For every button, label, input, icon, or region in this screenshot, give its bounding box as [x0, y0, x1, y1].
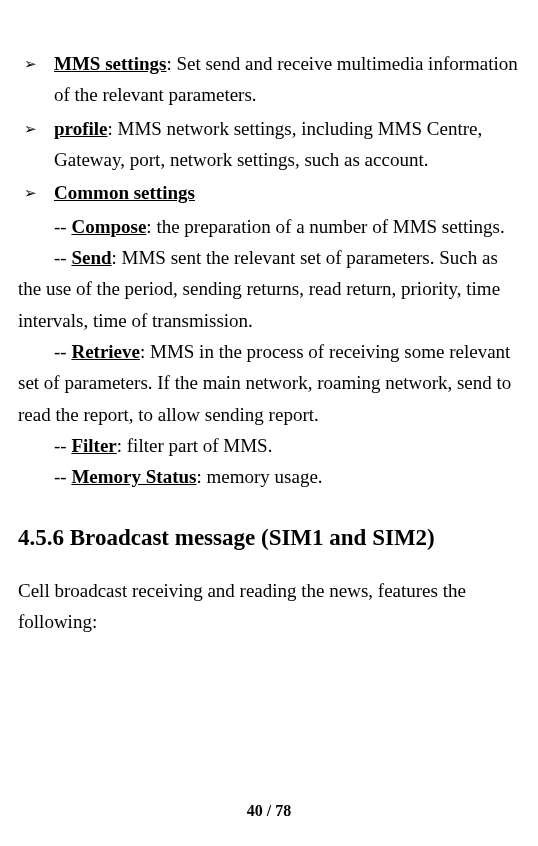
sub-prefix: --	[18, 466, 71, 487]
term-profile: profile	[54, 118, 107, 139]
sub-item-send: -- Send: MMS sent the relevant set of pa…	[18, 242, 520, 336]
section-heading: 4.5.6 Broadcast message (SIM1 and SIM2)	[18, 519, 520, 557]
term-common-settings: Common settings	[54, 182, 195, 203]
bullet-item-profile: ➢ profile: MMS network settings, includi…	[18, 113, 520, 176]
bullet-marker-icon: ➢	[18, 48, 54, 111]
sub-item-memory-status: -- Memory Status: memory usage.	[18, 461, 520, 492]
term-retrieve: Retrieve	[71, 341, 140, 362]
desc-compose: : the preparation of a number of MMS set…	[146, 216, 504, 237]
term-compose: Compose	[71, 216, 146, 237]
sub-prefix: --	[18, 435, 71, 456]
term-filter: Filter	[71, 435, 116, 456]
term-mms-settings: MMS settings	[54, 53, 166, 74]
bullet-marker-icon: ➢	[18, 177, 54, 208]
sub-item-compose: -- Compose: the preparation of a number …	[18, 211, 520, 242]
bullet-marker-icon: ➢	[18, 113, 54, 176]
desc-filter: : filter part of MMS.	[117, 435, 273, 456]
sub-item-filter: -- Filter: filter part of MMS.	[18, 430, 520, 461]
desc-profile: : MMS network settings, including MMS Ce…	[54, 118, 482, 170]
sub-item-retrieve: -- Retrieve: MMS in the process of recei…	[18, 336, 520, 430]
bullet-item-common-settings: ➢ Common settings	[18, 177, 520, 208]
bullet-text: MMS settings: Set send and receive multi…	[54, 48, 520, 111]
sub-prefix: --	[18, 247, 71, 268]
bullet-text: profile: MMS network settings, including…	[54, 113, 520, 176]
desc-memory-status: : memory usage.	[196, 466, 322, 487]
sub-prefix: --	[18, 341, 71, 362]
section-body: Cell broadcast receiving and reading the…	[18, 575, 520, 638]
page-number: 40 / 78	[0, 798, 538, 824]
document-body: ➢ MMS settings: Set send and receive mul…	[16, 48, 522, 637]
bullet-text: Common settings	[54, 177, 520, 208]
term-memory-status: Memory Status	[71, 466, 196, 487]
sub-prefix: --	[18, 216, 71, 237]
term-send: Send	[71, 247, 111, 268]
bullet-item-mms-settings: ➢ MMS settings: Set send and receive mul…	[18, 48, 520, 111]
